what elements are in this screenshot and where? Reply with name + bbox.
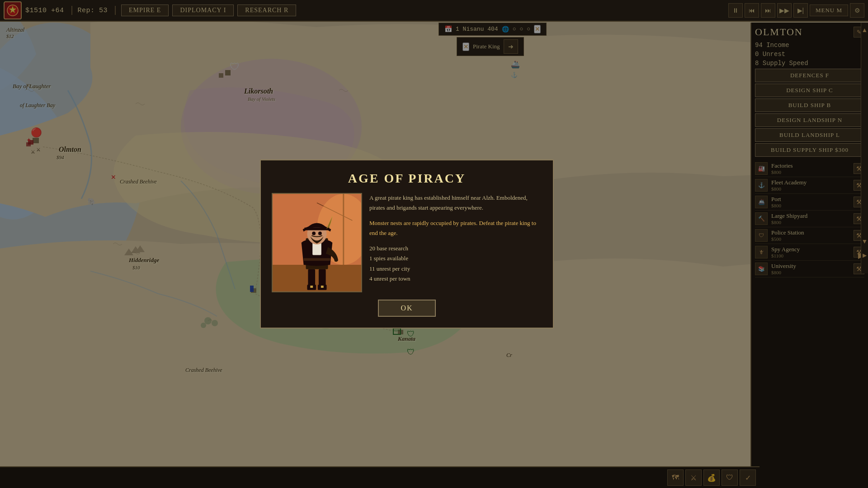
svg-rect-55 [310, 286, 313, 288]
modal-image [272, 193, 362, 292]
modal-overlay[interactable]: Age of Piracy [0, 0, 868, 488]
modal-ok-button[interactable]: OK [378, 300, 435, 317]
modal-title: Age of Piracy [272, 171, 542, 186]
modal-stats: 20 base research 1 spies available 11 un… [369, 244, 542, 283]
modal-text: A great pirate king has established hims… [369, 193, 542, 292]
svg-point-50 [318, 232, 322, 235]
svg-point-49 [312, 232, 316, 235]
modal-stat-4: 4 unrest per town [369, 274, 542, 284]
modal-stat-3: 11 unrest per city [369, 264, 542, 274]
modal-body: A great pirate king has established hims… [272, 193, 542, 292]
event-modal: Age of Piracy [260, 160, 554, 328]
modal-para-1: A great pirate king has established hims… [369, 193, 542, 213]
svg-rect-48 [305, 228, 330, 230]
modal-stat-1: 20 base research [369, 244, 542, 253]
modal-stat-2: 1 spies available [369, 253, 542, 263]
svg-rect-52 [319, 269, 326, 287]
modal-para-2: Monster nests are rapidly occupied by pi… [369, 218, 542, 238]
svg-rect-46 [304, 258, 330, 261]
svg-rect-51 [308, 269, 315, 287]
svg-rect-56 [321, 286, 324, 288]
